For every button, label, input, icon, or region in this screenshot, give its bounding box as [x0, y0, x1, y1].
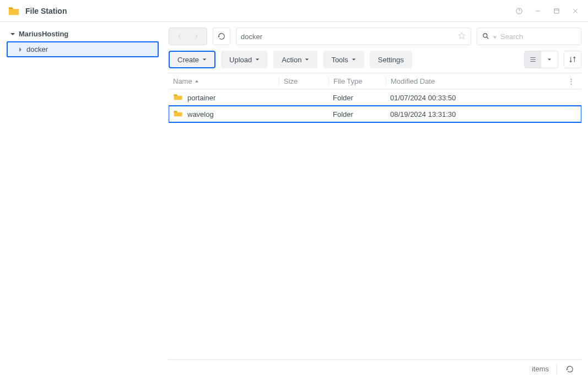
action-button[interactable]: Action [273, 51, 317, 68]
column-type[interactable]: File Type [328, 77, 386, 85]
table-header: Name Size File Type Modified Date ⋮ [169, 73, 581, 89]
svg-point-7 [483, 33, 487, 37]
search-box[interactable] [477, 28, 581, 45]
chevron-down-icon [202, 57, 207, 62]
path-text: docker [241, 33, 262, 41]
folder-icon [173, 92, 183, 104]
maximize-button[interactable] [552, 6, 562, 16]
table-row[interactable]: wavelogFolder08/19/2024 13:31:30 [169, 106, 581, 122]
tree-child-label: docker [26, 45, 48, 53]
search-input[interactable] [500, 33, 588, 41]
window-title: File Station [25, 7, 67, 15]
chevron-down-icon [10, 31, 15, 37]
create-label: Create [177, 56, 199, 64]
nav-row: docker [169, 28, 581, 45]
table-row[interactable]: portainerFolder01/07/2024 00:33:50 [169, 89, 581, 106]
column-type-label: File Type [333, 77, 363, 85]
status-items-label: items [532, 365, 549, 373]
chevron-down-icon [255, 57, 260, 62]
create-button[interactable]: Create [169, 51, 215, 68]
refresh-button[interactable] [213, 28, 230, 45]
tools-label: Tools [331, 56, 348, 64]
sort-asc-icon [195, 77, 199, 85]
content-pane: docker Create Upload [163, 22, 588, 378]
chevron-down-icon [352, 57, 356, 62]
divider [557, 364, 557, 374]
row-date: 01/07/2024 00:33:50 [386, 94, 568, 102]
titlebar: File Station [0, 0, 588, 22]
view-mode-dropdown[interactable] [541, 51, 558, 68]
minimize-button[interactable] [533, 6, 543, 16]
status-bar: items [169, 359, 581, 378]
sort-button[interactable] [564, 51, 581, 68]
column-name-label: Name [173, 77, 192, 85]
toolbar: Create Upload Action Tools Settings [169, 51, 581, 68]
tree-root-label: MariusHosting [19, 30, 68, 38]
folder-icon [173, 109, 183, 120]
nav-back-forward [169, 28, 207, 45]
search-icon [482, 32, 489, 41]
column-more-menu[interactable]: ⋮ [563, 77, 579, 85]
row-name: portainer [187, 94, 215, 102]
sidebar: MariusHosting docker [0, 22, 163, 378]
svg-line-8 [487, 37, 488, 39]
list-view-button[interactable] [525, 51, 541, 68]
settings-label: Settings [378, 56, 404, 64]
chevron-right-icon [18, 47, 23, 52]
row-type: Folder [328, 110, 386, 118]
tools-button[interactable]: Tools [323, 51, 364, 68]
column-size-label: Size [284, 77, 298, 85]
row-type: Folder [328, 94, 386, 102]
table-body: portainerFolder01/07/2024 00:33:50wavelo… [169, 89, 581, 359]
app-folder-icon [8, 5, 20, 17]
action-label: Action [282, 56, 301, 64]
row-name: wavelog [187, 110, 214, 118]
column-name[interactable]: Name [169, 77, 279, 85]
upload-label: Upload [229, 56, 252, 64]
settings-button[interactable]: Settings [370, 51, 412, 68]
column-size[interactable]: Size [279, 77, 328, 85]
row-date: 08/19/2024 13:31:30 [386, 110, 568, 118]
search-dropdown-icon[interactable] [493, 33, 497, 41]
forward-button[interactable] [188, 28, 204, 45]
svg-rect-3 [554, 8, 559, 13]
column-date-label: Modified Date [391, 77, 435, 85]
favorite-star-icon[interactable] [457, 31, 466, 42]
close-button[interactable] [570, 6, 580, 16]
chevron-down-icon [305, 57, 309, 62]
column-date[interactable]: Modified Date [386, 77, 563, 85]
svg-point-1 [519, 12, 520, 13]
file-table: Name Size File Type Modified Date ⋮ port… [169, 73, 581, 359]
tree-root-item[interactable]: MariusHosting [0, 28, 163, 40]
upload-button[interactable]: Upload [221, 51, 268, 68]
tree-child-item[interactable]: docker [8, 42, 158, 56]
help-icon[interactable] [514, 6, 524, 16]
tree-child-highlight: docker [7, 41, 159, 57]
back-button[interactable] [171, 28, 188, 45]
status-refresh-button[interactable] [565, 364, 575, 374]
path-input[interactable]: docker [236, 28, 471, 45]
view-mode-group [524, 51, 558, 68]
